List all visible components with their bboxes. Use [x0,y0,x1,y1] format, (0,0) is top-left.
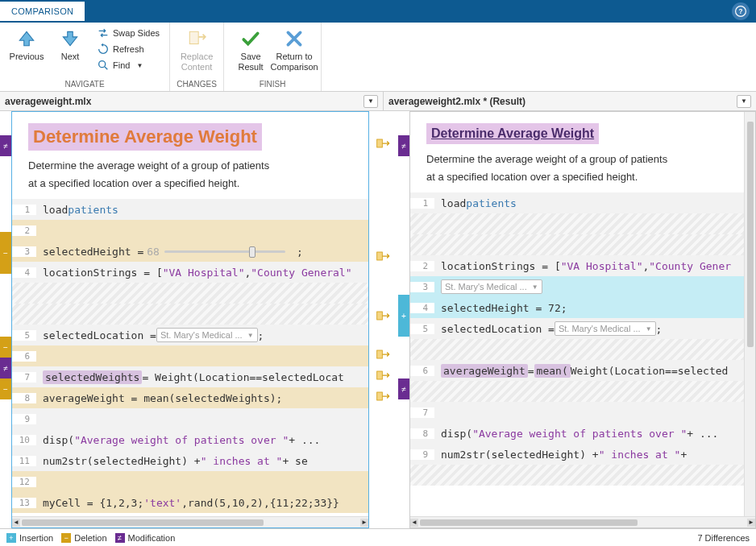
merge-right-icon[interactable] [376,368,392,383]
location-dropdown-right[interactable]: St. Mary's Medical ...▼ [555,321,656,336]
chevron-down-icon: ▼ [136,62,143,69]
svg-rect-3 [189,31,198,43]
vscroll-thumb[interactable] [747,122,754,347]
comparison-panes: ≠ − − ≠ − Determine Average Weight Deter… [0,111,756,528]
merge-right-icon[interactable] [376,308,392,323]
return-comparison-button[interactable]: Return to Comparison [272,24,316,76]
hscroll-left[interactable]: ◄ ► [12,516,368,527]
marker-col-right: ≠ + ≠ [398,111,409,528]
svg-rect-7 [377,350,383,358]
marker-mod: ≠ [0,135,11,156]
svg-rect-5 [377,252,383,260]
marker-del: − [0,337,11,358]
statusbar: +Insertion −Deletion ≠Modification 7 Dif… [0,528,756,546]
marker-col-left: ≠ − − ≠ − [0,111,11,528]
merge-right-icon[interactable] [376,389,392,403]
help-icon: ? [735,6,746,17]
ribbon-group-changes: Replace Content CHANGES [170,23,224,91]
titlebar: COMPARISON ? [0,0,756,23]
file-name-right: averageweight2.mlx * (Result) [388,96,525,107]
navigate-group-label: NAVIGATE [65,78,105,91]
scroll-right-arrow[interactable]: ► [747,519,755,527]
merge-right-icon[interactable] [376,136,392,151]
swap-icon [97,27,110,39]
next-label: Next [61,52,80,62]
legend-insertion: +Insertion [6,533,53,543]
chevron-down-icon: ▼ [368,97,374,105]
slider-thumb[interactable] [249,246,255,258]
location-dropdown-right-ins[interactable]: St. Mary's Medical ...▼ [441,279,542,294]
content-right: Determine Average Weight Determine the a… [409,111,756,528]
file-right-dropdown[interactable]: ▼ [737,95,751,108]
hscroll-right[interactable]: ◄ ► [410,516,755,527]
arrow-up-icon [16,28,37,49]
tab-comparison[interactable]: COMPARISON [0,2,85,21]
scroll-left-arrow[interactable]: ◄ [12,519,20,527]
desc-right: Determine the average weight of a group … [426,151,739,186]
code-right: 1load patients 2locationStrings = ["VA H… [410,192,755,516]
scroll-left-arrow[interactable]: ◄ [410,519,418,527]
refresh-icon [97,43,110,56]
file-header-row: averageweight.mlx ▼ averageweight2.mlx *… [0,92,756,111]
marker-mod: ≠ [398,378,409,399]
swap-label: Swap Sides [113,28,160,38]
find-label: Find [113,60,130,70]
scroll-right-arrow[interactable]: ► [360,519,368,527]
ribbon: Previous Next Swap Sides Refresh Find [0,23,756,92]
save-result-button[interactable]: Save Result [229,24,272,76]
heading-left: Determine Average Weight [28,123,262,151]
chevron-down-icon: ▼ [532,283,538,291]
save-label: Save Result [239,52,264,72]
legend: +Insertion −Deletion ≠Modification [6,533,175,543]
code-left: 1load patients 2 3selectedHeight = 68; 4… [12,199,368,516]
difference-count: 7 Differences [697,533,750,543]
marker-mod: ≠ [0,358,11,378]
replace-content-button: Replace Content [175,24,218,76]
heading-right: Determine Average Weight [426,123,599,144]
svg-rect-9 [377,392,383,400]
pane-right: ≠ + ≠ Determine Average Weight Determine… [398,111,756,528]
marker-ins: + [398,295,409,337]
hscroll-thumb[interactable] [420,519,638,526]
refresh-button[interactable]: Refresh [95,42,161,56]
close-icon [284,28,305,49]
marker-del: − [0,378,11,399]
finish-group-label: FINISH [260,78,286,91]
svg-text:?: ? [739,8,743,15]
location-dropdown-left[interactable]: St. Mary's Medical ...▼ [156,328,258,342]
height-slider[interactable]: 68 [147,246,285,258]
ribbon-group-finish: Save Result Return to Comparison FINISH [224,23,322,91]
legend-deletion: −Deletion [61,533,106,543]
chevron-down-icon: ▼ [247,332,254,339]
hscroll-thumb[interactable] [22,519,264,526]
svg-rect-8 [377,371,383,379]
chevron-down-icon: ▼ [741,97,747,105]
ribbon-group-navigate: Previous Next Swap Sides Refresh Find [0,23,170,91]
file-left-dropdown[interactable]: ▼ [363,95,378,108]
chevron-down-icon: ▼ [646,325,652,333]
swap-sides-button[interactable]: Swap Sides [95,26,161,40]
merge-right-icon[interactable] [376,347,392,362]
refresh-label: Refresh [113,44,144,54]
help-button[interactable]: ? [732,2,750,20]
next-button[interactable]: Next [48,24,92,65]
find-button[interactable]: Find ▼ [95,58,161,72]
return-label: Return to Comparison [270,52,318,72]
previous-button[interactable]: Previous [5,24,48,65]
marker-del: − [0,232,11,274]
arrow-down-icon [60,28,81,49]
svg-rect-6 [377,312,383,320]
previous-label: Previous [10,52,44,62]
content-left: Determine Average Weight Determine the a… [11,111,369,528]
svg-rect-4 [377,139,383,147]
legend-modification: ≠Modification [115,533,176,543]
vscroll-right[interactable] [744,112,755,516]
merge-right-icon[interactable] [376,249,392,263]
changes-group-label: CHANGES [177,78,216,91]
file-header-right: averageweight2.mlx * (Result) ▼ [384,92,756,110]
file-name-left: averageweight.mlx [5,96,91,107]
svg-point-2 [99,61,106,68]
marker-mod: ≠ [398,135,409,156]
file-header-left: averageweight.mlx ▼ [0,92,384,110]
pane-left: ≠ − − ≠ − Determine Average Weight Deter… [0,111,369,528]
